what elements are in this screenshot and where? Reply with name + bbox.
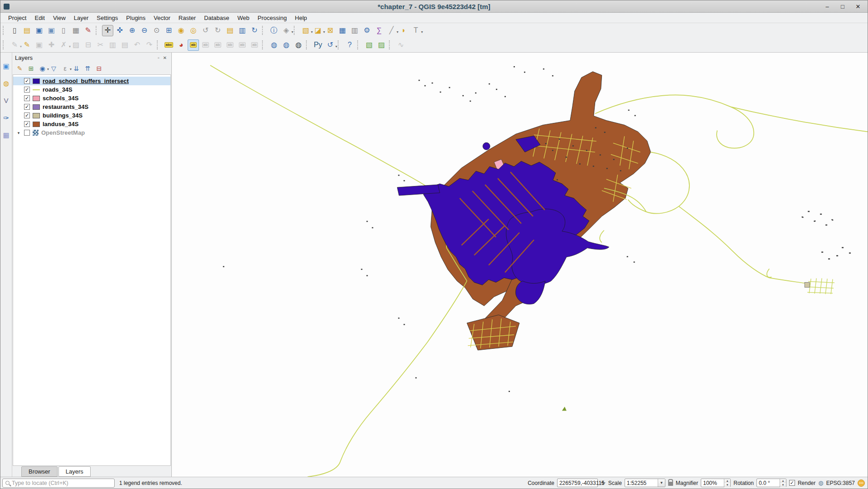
- menu-project[interactable]: Project: [4, 14, 30, 22]
- menu-plugins[interactable]: Plugins: [122, 14, 150, 22]
- run-feature-action-button[interactable]: ◈: [281, 25, 292, 36]
- extents-toggle-icon[interactable]: ✛: [601, 479, 606, 486]
- pan-map-button[interactable]: ✛: [102, 25, 113, 36]
- filter-legend-button[interactable]: ▽: [48, 64, 59, 73]
- spin-down-icon[interactable]: ▼: [780, 483, 786, 487]
- modify-attributes-button[interactable]: ▨: [70, 39, 82, 51]
- layer-checkbox[interactable]: [24, 104, 30, 110]
- map-canvas[interactable]: [172, 53, 868, 477]
- layer-checkbox[interactable]: [24, 130, 30, 136]
- add-feature-button[interactable]: ✚: [46, 39, 57, 51]
- lock-icon[interactable]: [668, 482, 673, 486]
- zoom-full-button[interactable]: ⊞: [163, 25, 175, 36]
- menu-edit[interactable]: Edit: [30, 14, 48, 22]
- layer-checkbox[interactable]: [24, 121, 30, 127]
- add-vector-layer-button[interactable]: ◍: [1, 78, 11, 88]
- menu-help[interactable]: Help: [291, 14, 311, 22]
- show-layout-manager-button[interactable]: ▦: [70, 25, 82, 36]
- menu-layer[interactable]: Layer: [70, 14, 93, 22]
- statistics-panel-button[interactable]: ∑: [373, 25, 385, 36]
- globe-icon[interactable]: ◍: [818, 479, 823, 486]
- layer-checkbox[interactable]: [24, 112, 30, 118]
- filter-by-expression-button[interactable]: ε: [60, 64, 70, 73]
- tab-layers[interactable]: Layers: [58, 466, 91, 477]
- layer-checkbox[interactable]: [24, 95, 30, 101]
- layer-item-buildings-34s[interactable]: buildings_34S: [13, 111, 170, 120]
- measure-line-button[interactable]: ╱: [386, 25, 397, 36]
- menu-vector[interactable]: Vector: [150, 14, 175, 22]
- change-label-button[interactable]: ab: [237, 39, 248, 51]
- layer-item-schools-34s[interactable]: schools_34S: [13, 94, 170, 103]
- labeling-options-button[interactable]: ab: [188, 39, 199, 51]
- layer-item-restaurants-34s[interactable]: restaurants_34S: [13, 103, 170, 111]
- messages-bubble-icon[interactable]: ⋯: [858, 479, 865, 487]
- menu-database[interactable]: Database: [200, 14, 233, 22]
- new-project-button[interactable]: ▯: [9, 25, 20, 36]
- quickmap-services-button[interactable]: ▧: [364, 39, 375, 51]
- layer-item-openstreetmap[interactable]: OpenStreetMap: [13, 128, 170, 137]
- zoom-last-button[interactable]: ↺: [200, 25, 211, 36]
- elevation-profile-button[interactable]: ∿: [395, 39, 407, 51]
- zoom-next-button[interactable]: ↻: [212, 25, 223, 36]
- locate-input[interactable]: Type to locate (Ctrl+K): [2, 479, 115, 488]
- cut-features-button[interactable]: ✂: [95, 39, 106, 51]
- chevron-down-icon[interactable]: ▼: [658, 479, 665, 487]
- layer-checkbox[interactable]: [24, 78, 30, 84]
- map-tips-button[interactable]: ◗: [398, 25, 409, 36]
- move-label-button[interactable]: ab: [224, 39, 236, 51]
- layer-item-roads-34s[interactable]: roads_34S: [13, 85, 170, 94]
- pin-labels-button[interactable]: ab: [200, 39, 211, 51]
- save-project-as-button[interactable]: ▣: [46, 25, 57, 36]
- style-manager-button[interactable]: ✎: [82, 25, 94, 36]
- zoom-in-button[interactable]: ⊕: [126, 25, 138, 36]
- new-print-layout-button[interactable]: ▯: [58, 25, 69, 36]
- minimize-button[interactable]: –: [823, 3, 831, 10]
- layer-checkbox[interactable]: [24, 87, 30, 93]
- rotation-spinbox[interactable]: 0.0 ° ▲▼: [756, 479, 786, 487]
- rotate-label-button[interactable]: ab: [249, 39, 260, 51]
- zoom-native-button[interactable]: ⊙: [151, 25, 162, 36]
- text-annotation-button[interactable]: T: [410, 25, 422, 36]
- menu-raster[interactable]: Raster: [175, 14, 200, 22]
- open-attribute-table-button[interactable]: ▦: [337, 25, 348, 36]
- highlight-pinned-labels-button[interactable]: ab: [212, 39, 223, 51]
- undo-button[interactable]: ↶: [131, 39, 143, 51]
- menu-processing[interactable]: Processing: [253, 14, 291, 22]
- vertex-tool-button[interactable]: ✗: [58, 39, 69, 51]
- toggle-editing-button[interactable]: ✎: [21, 39, 33, 51]
- current-edits-button[interactable]: ✎: [9, 39, 20, 51]
- collapse-all-button[interactable]: ⇈: [82, 64, 93, 73]
- panel-close-button[interactable]: ✕: [161, 55, 169, 60]
- statistical-summary-button[interactable]: ▥: [349, 25, 360, 36]
- menu-settings[interactable]: Settings: [92, 14, 122, 22]
- grass-tools-button[interactable]: ▦: [1, 130, 11, 140]
- python-console-button[interactable]: Py: [312, 39, 324, 51]
- spin-up-icon[interactable]: ▲: [780, 479, 786, 483]
- layer-labeling-button[interactable]: abc: [163, 39, 175, 51]
- pan-to-selection-button[interactable]: ✜: [114, 25, 126, 36]
- crs-status[interactable]: EPSG:3857: [826, 480, 855, 486]
- save-project-button[interactable]: ▣: [34, 25, 45, 36]
- add-group-button[interactable]: ⊞: [26, 64, 36, 73]
- zoom-out-button[interactable]: ⊖: [139, 25, 150, 36]
- web-search-button[interactable]: ◍: [293, 39, 304, 51]
- magnifier-spinbox[interactable]: 100% ▲▼: [701, 479, 731, 487]
- metasearch-button[interactable]: ◍: [268, 39, 280, 51]
- close-button[interactable]: ✕: [854, 3, 862, 10]
- identify-features-button[interactable]: ⓘ: [268, 25, 280, 36]
- coordinate-input[interactable]: 2265759,-4033115: [557, 479, 598, 487]
- layer-diagram-button[interactable]: ◕: [175, 39, 187, 51]
- data-source-manager-button[interactable]: ▣: [1, 61, 11, 71]
- save-layer-edits-button[interactable]: ▣: [34, 39, 45, 51]
- layer-item-road-school-buffers-intersect[interactable]: road_school_buffers_intersect: [13, 77, 170, 85]
- new-spatial-bookmark-button[interactable]: ▤: [224, 25, 236, 36]
- spin-up-icon[interactable]: ▲: [724, 479, 730, 483]
- spin-down-icon[interactable]: ▼: [724, 483, 730, 487]
- processing-toolbox-button[interactable]: ⚙: [361, 25, 373, 36]
- panel-float-button[interactable]: ▫: [156, 55, 161, 60]
- delete-selected-button[interactable]: ⊟: [82, 39, 94, 51]
- processing-history-button[interactable]: ↺: [325, 39, 336, 51]
- menu-web[interactable]: Web: [233, 14, 254, 22]
- select-by-form-button[interactable]: ◪: [312, 25, 324, 36]
- manage-map-themes-button[interactable]: ◉: [37, 64, 48, 73]
